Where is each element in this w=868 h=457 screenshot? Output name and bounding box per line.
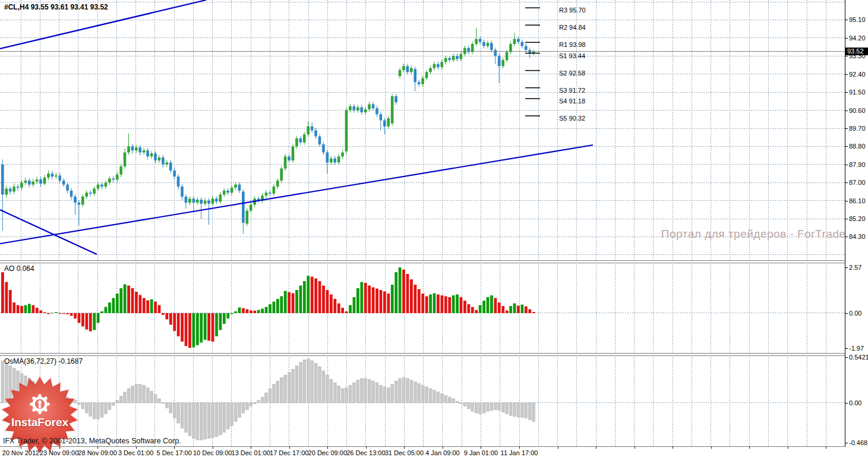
trading-terminal-chart-window: R3 95.70R2 94.84R1 93.98S1 93.44S2 92.58… [0, 0, 868, 457]
price-axis-tick [845, 128, 848, 129]
horizontal-gridlines [0, 2, 845, 255]
osma-axis-tick [845, 443, 848, 443]
time-axis[interactable]: 20 Nov 201223 Nov 09:0028 Nov 09:003 Dec… [0, 447, 868, 457]
ao-axis-label: 2.57 [849, 264, 861, 271]
price-axis-label: 85.20 [849, 215, 866, 222]
candlesticks [1, 28, 535, 234]
osma-axis-label: 0.00 [849, 399, 861, 406]
time-axis-tick [21, 447, 21, 449]
price-axis-label: 86.10 [849, 197, 866, 204]
watermark-text: Портал для трейдеров - ForTrader.ru [566, 228, 863, 241]
price-axis-label: 95.10 [849, 16, 866, 23]
price-axis-tick [845, 165, 848, 165]
time-axis-tick [481, 447, 481, 449]
pivot-label: S4 91.18 [559, 97, 585, 105]
time-axis-tick [97, 447, 98, 449]
price-axis-tick [845, 74, 848, 75]
main-price-chart-panel[interactable]: R3 95.70R2 94.84R1 93.98S1 93.44S2 92.58… [0, 0, 845, 260]
instaforex-gear-icon [30, 395, 50, 414]
pivot-label: S5 90.32 [559, 115, 585, 122]
price-axis-tick [845, 56, 848, 56]
time-axis-tick [749, 447, 750, 449]
time-axis-tick [443, 447, 443, 449]
price-axis-label: 92.40 [849, 71, 866, 78]
osma-indicator-label: OsMA(36,72,27) -0.1687 [4, 357, 83, 365]
time-axis-tick [596, 447, 596, 449]
time-axis-tick [289, 447, 290, 449]
time-axis-tick [519, 447, 520, 449]
ao-axis-label: -1.97 [849, 345, 864, 352]
ao-axis-tick [845, 348, 848, 349]
time-axis-tick [59, 447, 60, 449]
time-axis-tick [673, 447, 673, 449]
time-axis-tick [136, 447, 137, 449]
pivot-label: R2 94.84 [559, 24, 586, 31]
price-axis-label: 88.80 [849, 143, 866, 150]
ao-axis-label: 0.00 [849, 310, 861, 317]
price-axis-label: 87.00 [849, 179, 866, 186]
panel-separator[interactable] [0, 260, 845, 263]
ao-axis-tick [845, 313, 848, 314]
time-axis-tick [327, 447, 328, 449]
pivot-label: S2 92.58 [559, 70, 585, 77]
time-axis-tick [635, 447, 635, 449]
pivot-label: S1 93.44 [559, 52, 585, 59]
time-axis-tick [404, 447, 405, 449]
price-axis-tick [845, 146, 848, 147]
time-axis-tick [558, 447, 558, 449]
price-axis-label: 90.60 [849, 107, 866, 114]
vertical-gridlines [21, 0, 826, 260]
panel-separator[interactable] [0, 353, 845, 356]
osma-axis-tick [845, 357, 848, 358]
price-axis-tick [845, 20, 848, 20]
price-axis-tick [845, 219, 848, 219]
copyright-text: IFX Trader, © 2001-2013, MetaQuotes Soft… [3, 437, 181, 445]
price-axis-label: 84.30 [849, 233, 866, 240]
time-axis-tick [213, 447, 213, 449]
current-price-badge: 93.52 [845, 48, 868, 55]
price-axis-label: 94.20 [849, 34, 866, 42]
price-axis-tick [845, 38, 848, 39]
price-axis-tick [845, 92, 848, 93]
time-axis-tick [174, 447, 175, 449]
instaforex-label: InstaForex [0, 416, 81, 429]
ao-indicator-panel[interactable] [0, 262, 845, 353]
time-axis-tick [366, 447, 367, 449]
osma-axis-tick [845, 403, 848, 404]
symbol-ohlc-title: #CL,H4 93.55 93.61 93.41 93.52 [4, 3, 108, 11]
time-axis-label: 11 Jan 17:00 [493, 449, 546, 456]
price-axis-label: 87.90 [849, 161, 866, 168]
price-axis-tick [845, 182, 848, 183]
ao-axis-tick [845, 267, 848, 268]
price-axis[interactable]: 93.52 95.1094.2093.3092.4091.5090.6089.7… [845, 0, 868, 447]
pivot-label: R3 95.70 [559, 7, 586, 14]
osma-axis-label: -0.4683 [849, 439, 868, 446]
price-axis-tick [845, 201, 848, 201]
ao-indicator-label: AO 0.064 [4, 264, 34, 273]
time-axis-tick [711, 447, 712, 449]
time-axis-tick [788, 447, 788, 449]
osma-axis-label: 0.5421 [849, 354, 868, 361]
pivot-label: R1 93.98 [559, 41, 586, 48]
ao-histogram [1, 267, 535, 348]
price-axis-label: 91.50 [849, 89, 866, 96]
time-axis-tick [251, 447, 251, 449]
price-axis-tick [845, 237, 848, 237]
time-axis-tick [826, 447, 826, 449]
price-axis-label: 89.70 [849, 125, 866, 132]
price-axis-tick [845, 111, 848, 111]
pivot-label: S3 91.72 [559, 87, 585, 94]
osma-indicator-panel[interactable] [0, 355, 845, 446]
